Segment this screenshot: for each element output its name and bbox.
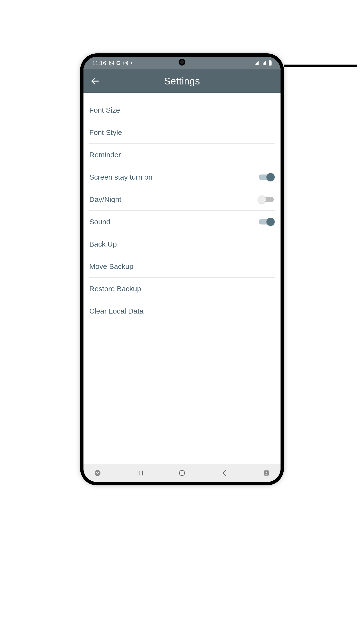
setting-day-night[interactable]: Day/Night bbox=[89, 188, 275, 211]
screen-stay-on-toggle[interactable] bbox=[258, 172, 275, 182]
back-nav-button[interactable] bbox=[217, 468, 232, 478]
setting-clear-local-data[interactable]: Clear Local Data bbox=[89, 300, 275, 322]
svg-point-16 bbox=[95, 470, 100, 476]
svg-rect-10 bbox=[263, 63, 264, 65]
settings-list: Font Size Font Style Reminder Screen sta… bbox=[84, 93, 280, 464]
assistant-icon[interactable] bbox=[259, 468, 274, 478]
day-night-toggle[interactable] bbox=[258, 195, 275, 204]
toggle-thumb bbox=[266, 173, 275, 181]
android-nav-bar bbox=[84, 464, 280, 482]
setting-backup[interactable]: Back Up bbox=[89, 233, 275, 255]
svg-rect-9 bbox=[262, 64, 262, 65]
cable-decoration bbox=[284, 64, 357, 67]
home-button[interactable] bbox=[175, 468, 189, 478]
setting-label: Clear Local Data bbox=[89, 307, 144, 315]
svg-rect-6 bbox=[256, 63, 257, 65]
signal1-icon bbox=[255, 61, 260, 65]
more-dot-icon: • bbox=[131, 61, 132, 66]
instagram-icon bbox=[123, 60, 128, 66]
setting-label: Move Backup bbox=[89, 262, 134, 270]
image-icon bbox=[109, 60, 114, 66]
back-button[interactable] bbox=[88, 74, 102, 88]
svg-point-1 bbox=[110, 62, 111, 63]
svg-point-26 bbox=[266, 472, 268, 474]
svg-rect-12 bbox=[265, 61, 266, 65]
svg-rect-11 bbox=[264, 62, 265, 65]
setting-screen-stay-on[interactable]: Screen stay turn on bbox=[89, 166, 275, 188]
battery-icon bbox=[268, 60, 272, 66]
recents-button[interactable] bbox=[132, 468, 147, 478]
toggle-thumb bbox=[266, 218, 275, 226]
svg-rect-5 bbox=[255, 64, 256, 65]
status-bar-left: 11:16 G • bbox=[92, 60, 132, 66]
setting-label: Screen stay turn on bbox=[89, 173, 152, 181]
setting-restore-backup[interactable]: Restore Backup bbox=[89, 278, 275, 300]
svg-point-19 bbox=[98, 472, 99, 473]
svg-point-4 bbox=[127, 62, 127, 62]
setting-sound[interactable]: Sound bbox=[89, 211, 275, 233]
arrow-left-icon bbox=[90, 76, 100, 86]
game-launcher-icon[interactable] bbox=[90, 468, 105, 478]
phone-frame: 11:16 G • bbox=[80, 54, 284, 486]
svg-rect-13 bbox=[269, 60, 271, 61]
svg-point-17 bbox=[96, 472, 97, 473]
setting-label: Sound bbox=[89, 218, 110, 226]
app-bar: Settings bbox=[84, 70, 280, 93]
page-title: Settings bbox=[84, 76, 280, 87]
sound-toggle[interactable] bbox=[258, 217, 275, 226]
svg-rect-14 bbox=[269, 61, 272, 66]
setting-font-size[interactable]: Font Size bbox=[89, 99, 275, 121]
google-icon: G bbox=[116, 60, 120, 66]
setting-label: Back Up bbox=[89, 240, 117, 248]
svg-rect-24 bbox=[180, 470, 184, 476]
setting-reminder[interactable]: Reminder bbox=[89, 144, 275, 166]
setting-label: Day/Night bbox=[89, 195, 121, 204]
setting-label: Font Size bbox=[89, 106, 120, 114]
signal2-icon bbox=[262, 61, 266, 65]
setting-label: Reminder bbox=[89, 151, 121, 159]
svg-rect-8 bbox=[258, 61, 259, 65]
svg-rect-0 bbox=[109, 61, 113, 65]
camera-notch bbox=[178, 59, 186, 66]
toggle-thumb bbox=[258, 195, 266, 204]
setting-label: Font Style bbox=[89, 128, 122, 137]
setting-label: Restore Backup bbox=[89, 285, 141, 293]
svg-point-3 bbox=[125, 62, 126, 64]
status-bar-right bbox=[255, 60, 272, 66]
svg-point-18 bbox=[97, 473, 98, 474]
status-time: 11:16 bbox=[92, 60, 106, 66]
setting-move-backup[interactable]: Move Backup bbox=[89, 255, 275, 278]
svg-point-20 bbox=[97, 474, 98, 474]
setting-font-style[interactable]: Font Style bbox=[89, 121, 275, 144]
phone-screen: 11:16 G • bbox=[84, 57, 280, 482]
svg-rect-7 bbox=[257, 62, 258, 65]
